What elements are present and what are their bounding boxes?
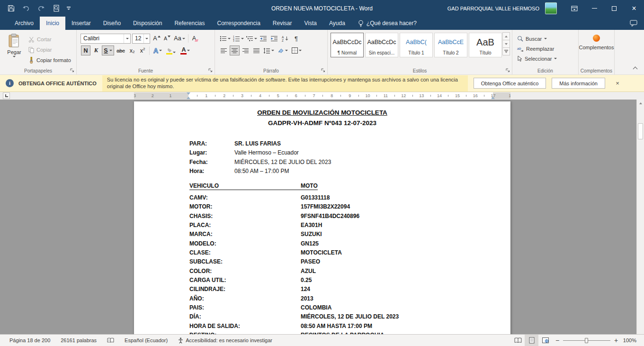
print-preview-button[interactable]: [49, 1, 63, 15]
feedback-button[interactable]: [630, 17, 637, 30]
doc-field-value: COLOMBIA: [301, 304, 331, 311]
copy-button[interactable]: Copiar: [26, 45, 74, 55]
document-page[interactable]: ORDEN DE MOVILIZACIÓN MOTOCICLETA GADPR-…: [134, 101, 510, 334]
zoom-in-button[interactable]: +: [611, 337, 621, 344]
borders-button[interactable]: [290, 46, 303, 55]
zoom-slider-thumb[interactable]: [585, 338, 588, 343]
vertical-scrollbar[interactable]: [636, 100, 644, 334]
highlight-button[interactable]: [165, 46, 178, 55]
change-case-button[interactable]: Aa: [173, 34, 186, 44]
multilevel-list-button[interactable]: [245, 34, 258, 44]
sort-button[interactable]: AZ: [280, 34, 290, 44]
italic-button[interactable]: K: [91, 46, 101, 55]
tab-correspondencia[interactable]: Correspondencia: [211, 17, 266, 30]
style-sin-espaci-[interactable]: AaBbCcDcSin espaci...: [365, 33, 398, 57]
line-spacing-button[interactable]: [262, 46, 275, 55]
ribbon-display-options-button[interactable]: [564, 0, 584, 17]
font-size-dropdown[interactable]: [143, 34, 150, 43]
tab-inicio[interactable]: Inicio: [40, 17, 65, 30]
font-size-combo[interactable]: 12: [132, 34, 150, 44]
clipboard-dialog-launcher[interactable]: [69, 67, 75, 73]
minimize-button[interactable]: [584, 0, 604, 17]
subscript-button[interactable]: x2: [127, 46, 137, 55]
zoom-slider[interactable]: [563, 335, 610, 346]
align-center-button[interactable]: [230, 46, 240, 55]
style-titulo-2[interactable]: AaBbCcETítulo 2: [434, 33, 467, 57]
tab-insertar[interactable]: Insertar: [65, 17, 97, 30]
font-color-button[interactable]: A: [179, 46, 192, 55]
styles-scroll-down-button[interactable]: [502, 40, 510, 48]
bold-button[interactable]: N: [81, 46, 90, 55]
format-painter-button[interactable]: Copiar formato: [26, 55, 74, 65]
styles-scroll-up-button[interactable]: [502, 32, 510, 40]
proofing-status[interactable]: [107, 337, 114, 343]
tab-revisar[interactable]: Revisar: [267, 17, 298, 30]
find-button[interactable]: Buscar: [517, 34, 578, 44]
tab-archivo[interactable]: Archivo: [9, 17, 40, 30]
bullets-button[interactable]: [219, 34, 231, 44]
font-name-dropdown[interactable]: [124, 34, 130, 43]
align-right-button[interactable]: [241, 46, 250, 55]
addins-button[interactable]: Complementos: [579, 35, 614, 50]
close-button[interactable]: ×: [624, 0, 644, 17]
replace-button[interactable]: ab Reemplazar: [517, 44, 578, 54]
zoom-level[interactable]: 100%: [621, 337, 644, 343]
cut-button[interactable]: Cortar: [26, 34, 74, 45]
tab-disposicion[interactable]: Disposición: [127, 17, 168, 30]
style-titulo[interactable]: AaBTítulo: [469, 33, 502, 57]
increase-indent-button[interactable]: [269, 34, 279, 44]
customize-quick-access-button[interactable]: [64, 1, 73, 15]
font-name-combo[interactable]: Calibri: [80, 34, 131, 44]
grow-font-button[interactable]: A: [152, 34, 161, 44]
page-number-status[interactable]: Página 18 de 200: [9, 337, 50, 343]
tab-referencias[interactable]: Referencias: [168, 17, 211, 30]
tab-ayuda[interactable]: Ayuda: [323, 17, 351, 30]
select-button[interactable]: Seleccionar: [517, 54, 578, 64]
tab-diseno[interactable]: Diseño: [97, 17, 127, 30]
read-mode-button[interactable]: [511, 335, 525, 346]
tab-vista[interactable]: Vista: [298, 17, 323, 30]
word-count-status[interactable]: 26161 palabras: [61, 337, 97, 343]
text-effects-button[interactable]: A: [152, 46, 164, 55]
tell-me-box[interactable]: ¿Qué desea hacer?: [358, 17, 417, 30]
styles-dialog-launcher[interactable]: [504, 67, 511, 73]
tab-stop-selector[interactable]: [3, 92, 10, 99]
superscript-button[interactable]: x2: [138, 46, 147, 55]
collapse-ribbon-button[interactable]: [631, 65, 639, 72]
accessibility-status[interactable]: Accesibilidad: es necesario investigar: [178, 337, 272, 344]
save-button[interactable]: [4, 1, 18, 15]
doc-field-label: DESTINO:: [189, 331, 301, 334]
underline-button[interactable]: S: [102, 46, 114, 55]
get-genuine-office-button[interactable]: Obtenga Office auténtico: [474, 78, 546, 89]
zoom-out-button[interactable]: −: [552, 337, 563, 344]
scroll-up-button[interactable]: [637, 100, 644, 107]
styles-more-button[interactable]: [502, 47, 510, 55]
redo-button[interactable]: [34, 1, 48, 15]
first-line-indent-marker[interactable]: [187, 92, 190, 95]
web-layout-button[interactable]: [538, 335, 552, 346]
hanging-indent-marker[interactable]: [187, 97, 190, 99]
more-info-button[interactable]: Más información: [552, 78, 605, 89]
ruler-scale[interactable]: 32112345678910111213141516171: [134, 92, 510, 99]
style--normal[interactable]: AaBbCcDc¶ Normal: [331, 33, 364, 57]
decrease-indent-button[interactable]: [259, 34, 268, 44]
print-layout-button[interactable]: [525, 335, 538, 346]
account-name[interactable]: GAD PARROQUIAL VALLE HERMOSO: [447, 6, 539, 11]
align-left-button[interactable]: [219, 46, 229, 55]
shading-button[interactable]: [276, 46, 289, 55]
language-status[interactable]: Español (Ecuador): [125, 337, 168, 343]
numbering-button[interactable]: 123: [232, 34, 244, 44]
avatar[interactable]: [545, 2, 557, 14]
maximize-button[interactable]: [604, 0, 624, 17]
scrollbar-thumb[interactable]: [638, 123, 643, 139]
shrink-font-button[interactable]: A: [162, 34, 172, 44]
justify-button[interactable]: [251, 46, 261, 55]
show-marks-button[interactable]: ¶: [291, 34, 301, 44]
undo-button[interactable]: [19, 1, 33, 15]
notification-close-button[interactable]: ×: [611, 80, 624, 87]
style-titulo-1[interactable]: AaBbC(Título 1: [400, 33, 433, 57]
font-dialog-launcher[interactable]: [207, 67, 214, 73]
paragraph-dialog-launcher[interactable]: [320, 67, 326, 73]
clear-formatting-button[interactable]: A: [190, 34, 200, 44]
strikethrough-button[interactable]: abc: [115, 46, 126, 55]
